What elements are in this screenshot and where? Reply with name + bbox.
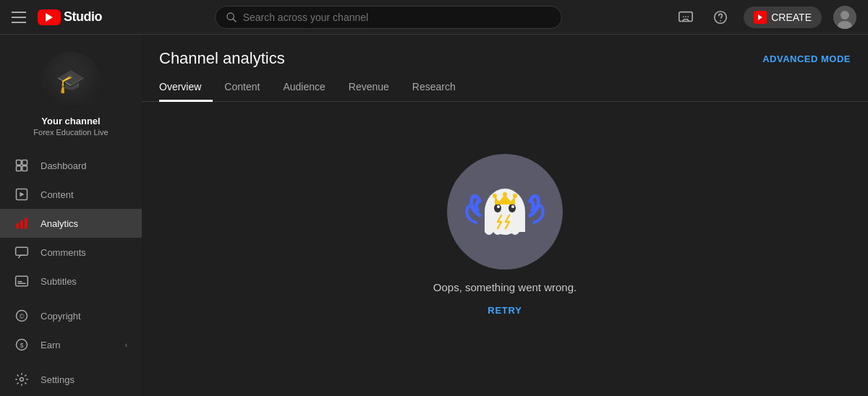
svg-line-1 bbox=[233, 19, 236, 22]
earn-icon: $ bbox=[14, 337, 29, 352]
content-icon bbox=[14, 187, 29, 202]
search-icon bbox=[226, 12, 237, 23]
tab-revenue[interactable]: Revenue bbox=[337, 74, 401, 102]
youtube-studio-logo[interactable]: Studio bbox=[38, 9, 102, 25]
svg-rect-18 bbox=[25, 218, 27, 229]
copyright-icon: © bbox=[14, 309, 29, 323]
svg-point-32 bbox=[497, 205, 500, 208]
sidebar-item-copyright[interactable]: © Copyright bbox=[0, 301, 142, 330]
tab-research[interactable]: Research bbox=[401, 74, 467, 102]
create-button[interactable]: CREATE bbox=[744, 7, 822, 28]
sidebar-item-settings[interactable]: Settings bbox=[0, 365, 142, 394]
sidebar-item-content[interactable]: Content bbox=[0, 180, 142, 209]
svg-rect-14 bbox=[22, 166, 27, 171]
ghost-svg bbox=[461, 168, 548, 255]
svg-rect-16 bbox=[17, 223, 19, 229]
svg-rect-12 bbox=[22, 160, 27, 165]
svg-rect-11 bbox=[17, 160, 22, 165]
channel-avatar[interactable] bbox=[42, 52, 100, 110]
retry-button[interactable]: RETRY bbox=[488, 305, 522, 316]
svg-rect-19 bbox=[16, 247, 28, 255]
youtube-logo-icon bbox=[38, 9, 61, 25]
dashboard-icon bbox=[14, 158, 29, 173]
help-icon[interactable] bbox=[709, 6, 732, 29]
advanced-mode-button[interactable]: ADVANCED MODE bbox=[762, 53, 851, 64]
sidebar-label-settings: Settings bbox=[41, 374, 127, 385]
sidebar-item-subtitles[interactable]: Subtitles bbox=[0, 267, 142, 296]
search-input[interactable] bbox=[243, 12, 551, 23]
sidebar: Your channel Forex Education Live Dashbo… bbox=[0, 35, 142, 396]
top-header: Studio bbox=[0, 0, 868, 35]
svg-point-7 bbox=[720, 20, 721, 21]
svg-point-33 bbox=[511, 205, 514, 208]
studio-text: Studio bbox=[64, 9, 102, 25]
svg-point-30 bbox=[494, 204, 501, 212]
tab-overview[interactable]: Overview bbox=[159, 74, 213, 102]
comments-icon bbox=[14, 245, 29, 259]
channel-subtitle: Forex Education Live bbox=[33, 128, 108, 137]
error-area: Oops, something went wrong. RETRY bbox=[142, 102, 868, 396]
search-bar[interactable] bbox=[215, 6, 562, 29]
tabs-bar: Overview Content Audience Revenue Resear… bbox=[142, 74, 868, 102]
channel-avatar-image bbox=[42, 52, 100, 110]
subtitles-icon bbox=[14, 274, 29, 288]
sidebar-label-content: Content bbox=[41, 189, 127, 200]
sidebar-label-comments: Comments bbox=[41, 247, 127, 258]
svg-point-35 bbox=[503, 192, 507, 197]
svg-point-34 bbox=[493, 194, 497, 198]
hamburger-menu-icon[interactable] bbox=[12, 9, 29, 26]
sidebar-label-earn: Earn bbox=[41, 340, 114, 350]
main-layout: Your channel Forex Education Live Dashbo… bbox=[0, 35, 868, 396]
svg-point-5 bbox=[688, 16, 689, 17]
header-search-area bbox=[111, 6, 665, 29]
create-label: CREATE bbox=[771, 12, 812, 23]
ghost-circle bbox=[447, 154, 563, 270]
sidebar-label-copyright: Copyright bbox=[41, 311, 127, 322]
error-message: Oops, something went wrong. bbox=[433, 281, 576, 293]
channel-section: Your channel Forex Education Live bbox=[0, 40, 142, 145]
svg-point-3 bbox=[683, 16, 684, 17]
sidebar-label-dashboard: Dashboard bbox=[41, 160, 127, 171]
svg-rect-20 bbox=[16, 276, 28, 285]
svg-text:$: $ bbox=[20, 342, 23, 349]
tab-audience[interactable]: Audience bbox=[271, 74, 336, 102]
sidebar-item-dashboard[interactable]: Dashboard bbox=[0, 151, 142, 180]
sidebar-item-analytics[interactable]: Analytics bbox=[0, 209, 142, 238]
avatar[interactable] bbox=[833, 6, 856, 29]
settings-icon bbox=[14, 372, 29, 387]
svg-point-6 bbox=[715, 11, 727, 23]
svg-rect-17 bbox=[20, 220, 22, 229]
svg-point-9 bbox=[841, 11, 849, 20]
sidebar-item-comments[interactable]: Comments bbox=[0, 238, 142, 267]
page-title: Channel analytics bbox=[159, 49, 285, 68]
svg-point-31 bbox=[509, 204, 516, 212]
sidebar-item-earn[interactable]: $ Earn ‹ bbox=[0, 330, 142, 359]
messages-icon[interactable] bbox=[674, 6, 697, 29]
channel-name: Your channel bbox=[41, 116, 100, 126]
sidebar-label-analytics: Analytics bbox=[41, 218, 127, 229]
header-right: CREATE bbox=[674, 6, 856, 29]
analytics-icon bbox=[14, 216, 29, 231]
header-left: Studio bbox=[12, 9, 102, 26]
svg-point-4 bbox=[685, 16, 686, 17]
earn-chevron-icon: ‹ bbox=[125, 341, 127, 349]
page-header: Channel analytics ADVANCED MODE bbox=[142, 35, 868, 68]
content-area: Channel analytics ADVANCED MODE Overview… bbox=[142, 35, 868, 396]
create-icon bbox=[754, 11, 767, 24]
tab-content[interactable]: Content bbox=[213, 74, 271, 102]
sidebar-label-subtitles: Subtitles bbox=[41, 276, 127, 287]
error-illustration bbox=[447, 154, 563, 270]
svg-text:©: © bbox=[20, 313, 25, 320]
svg-point-36 bbox=[513, 194, 517, 198]
svg-rect-13 bbox=[17, 166, 22, 171]
svg-point-27 bbox=[20, 378, 24, 382]
